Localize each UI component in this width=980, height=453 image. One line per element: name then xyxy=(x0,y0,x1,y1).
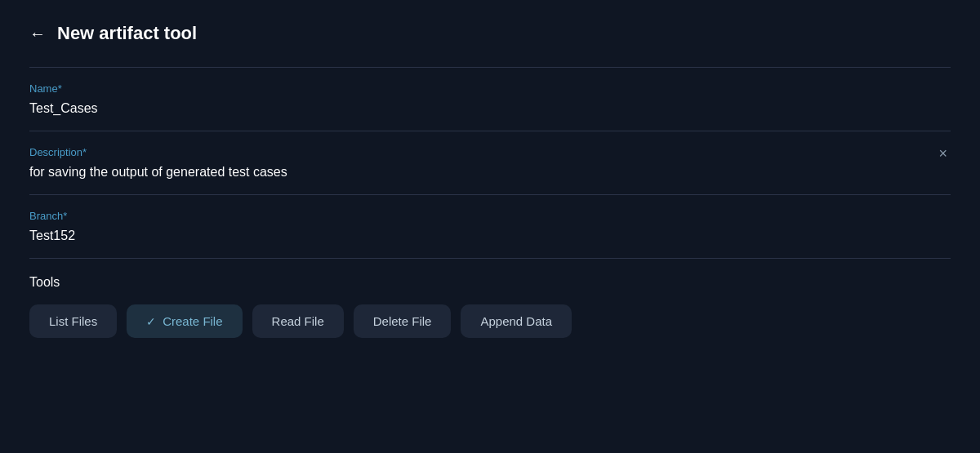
tool-button-label-list-files: List Files xyxy=(49,314,97,328)
page-title: New artifact tool xyxy=(57,23,197,44)
tool-button-label-append-data: Append Data xyxy=(480,314,552,328)
name-label: Name* xyxy=(29,82,951,95)
tool-button-create-file[interactable]: ✓Create File xyxy=(127,304,242,338)
branch-field-section: Branch* Test152 xyxy=(29,195,951,258)
description-value: for saving the output of generated test … xyxy=(29,165,951,180)
tools-buttons-container: List Files✓Create FileRead FileDelete Fi… xyxy=(29,304,951,338)
tool-button-read-file[interactable]: Read File xyxy=(252,304,344,338)
name-field-section: Name* Test_Cases xyxy=(29,68,951,131)
page-container: ← New artifact tool Name* Test_Cases Des… xyxy=(0,0,980,453)
tool-button-label-create-file: Create File xyxy=(163,314,222,328)
tool-button-label-delete-file: Delete File xyxy=(373,314,432,328)
tools-label: Tools xyxy=(29,275,951,290)
clear-description-icon[interactable]: × xyxy=(938,146,947,161)
tool-button-append-data[interactable]: Append Data xyxy=(461,304,572,338)
branch-value: Test152 xyxy=(29,229,951,243)
tools-section: Tools List Files✓Create FileRead FileDel… xyxy=(29,259,951,338)
page-header: ← New artifact tool xyxy=(29,23,951,44)
tool-button-delete-file[interactable]: Delete File xyxy=(354,304,452,338)
tool-button-label-read-file: Read File xyxy=(272,314,324,328)
description-label: Description* xyxy=(29,146,951,158)
name-value: Test_Cases xyxy=(29,101,951,116)
check-icon-create-file: ✓ xyxy=(146,315,156,328)
back-button[interactable]: ← xyxy=(29,25,46,42)
branch-label: Branch* xyxy=(29,210,951,222)
tool-button-list-files[interactable]: List Files xyxy=(29,304,117,338)
description-field-section: Description* for saving the output of ge… xyxy=(29,131,951,194)
